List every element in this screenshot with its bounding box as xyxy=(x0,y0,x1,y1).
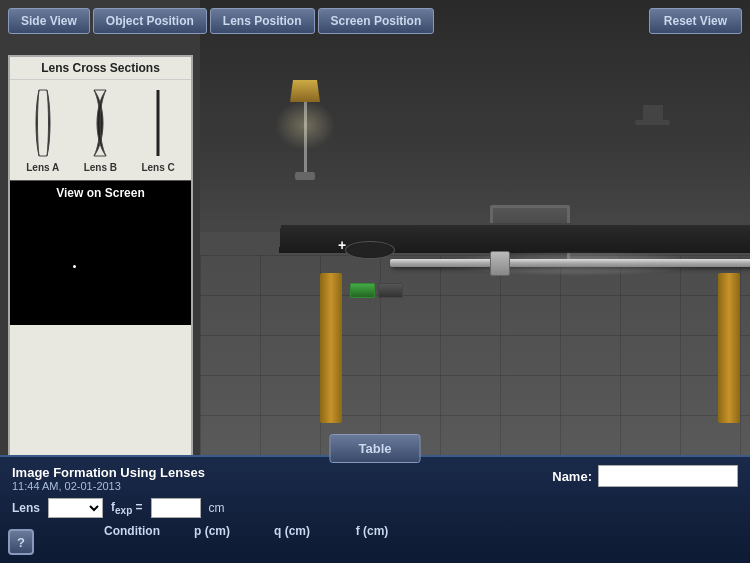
lens-a-svg xyxy=(29,88,57,158)
bottom-panel: Image Formation Using Lenses 11:44 AM, 0… xyxy=(0,455,750,563)
lens-holder xyxy=(490,251,510,276)
view-on-screen-label: View on Screen xyxy=(10,180,191,205)
help-button[interactable]: ? xyxy=(8,529,34,555)
left-panel: Lens Cross Sections Lens A Lens B xyxy=(8,55,193,463)
lens-row-label: Lens xyxy=(12,501,40,515)
lamp-shade xyxy=(290,80,320,102)
scene: + xyxy=(200,0,750,463)
table-button-container: Table xyxy=(330,434,421,463)
lens-c-label: Lens C xyxy=(141,162,174,173)
screen-position-button[interactable]: Screen Position xyxy=(318,8,435,34)
lens-diagrams: Lens A Lens B Lens C xyxy=(10,80,191,180)
lens-b-svg xyxy=(86,88,114,158)
lens-c-diagram: Lens C xyxy=(141,88,174,173)
lens-a-label: Lens A xyxy=(26,162,59,173)
dark-item xyxy=(378,283,403,298)
green-item xyxy=(350,283,375,298)
monitor-stand xyxy=(643,105,663,120)
lens-a-diagram: Lens A xyxy=(26,88,59,173)
screen-dot xyxy=(73,265,76,268)
panel-header: Image Formation Using Lenses 11:44 AM, 0… xyxy=(12,465,738,492)
name-input[interactable] xyxy=(598,465,738,487)
table-header-row: Condition p (cm) q (cm) f (cm) xyxy=(12,524,738,538)
lens-c-svg xyxy=(144,88,172,158)
name-label: Name: xyxy=(552,469,592,484)
table-row: 1 xyxy=(12,540,738,558)
table: + xyxy=(260,223,750,423)
lens-position-button[interactable]: Lens Position xyxy=(210,8,315,34)
lamp-base xyxy=(295,172,315,180)
lens-select[interactable]: A B C xyxy=(48,498,103,518)
aperture-disc xyxy=(345,241,395,259)
panel-title-group: Image Formation Using Lenses 11:44 AM, 0… xyxy=(12,465,205,492)
lens-section-title: Lens Cross Sections xyxy=(10,57,191,80)
screen-view-area xyxy=(10,205,191,325)
reset-view-button[interactable]: Reset View xyxy=(649,8,742,34)
table-leg-left xyxy=(320,273,342,423)
lens-b-label: Lens B xyxy=(84,162,117,173)
monitor-container xyxy=(635,105,670,125)
fexp-input[interactable] xyxy=(151,498,201,518)
col-header-f: f (cm) xyxy=(332,524,412,538)
bench-rail xyxy=(390,259,750,267)
object-position-button[interactable]: Object Position xyxy=(93,8,207,34)
cm-label: cm xyxy=(209,501,225,515)
data-rows: 1 xyxy=(12,540,738,558)
col-header-p: p (cm) xyxy=(172,524,252,538)
optical-bench xyxy=(390,251,750,276)
table-leg-right xyxy=(718,273,740,423)
side-view-button[interactable]: Side View xyxy=(8,8,90,34)
lamp-pole xyxy=(304,102,307,172)
monitor-base xyxy=(635,120,670,125)
col-header-condition: Condition xyxy=(92,524,172,538)
panel-datetime: 11:44 AM, 02-01-2013 xyxy=(12,480,205,492)
crosshair: + xyxy=(338,237,346,253)
lens-b-diagram: Lens B xyxy=(84,88,117,173)
panel-title: Image Formation Using Lenses xyxy=(12,465,205,480)
toolbar: Side View Object Position Lens Position … xyxy=(8,8,742,34)
fexp-label: fexp = xyxy=(111,500,143,516)
lens-row: Lens A B C fexp = cm xyxy=(12,498,738,518)
wall xyxy=(200,0,750,255)
lamp xyxy=(290,80,320,180)
name-section: Name: xyxy=(552,465,738,487)
col-header-q: q (cm) xyxy=(252,524,332,538)
table-button[interactable]: Table xyxy=(330,434,421,463)
